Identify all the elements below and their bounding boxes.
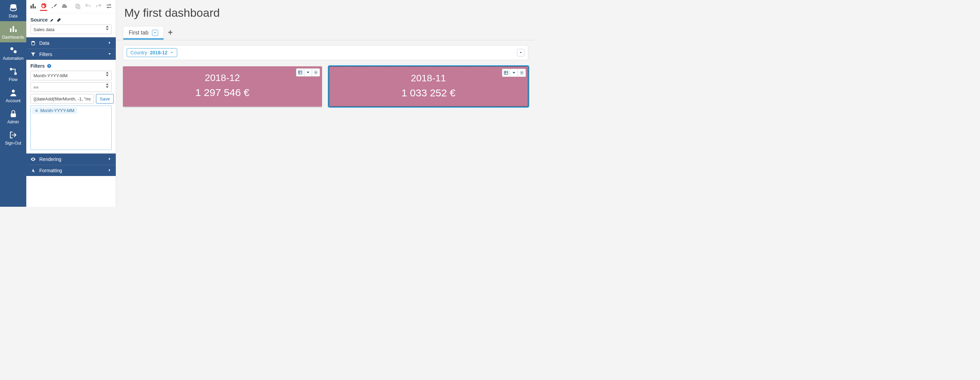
signout-icon (9, 131, 18, 139)
filter-operator-value: == (33, 85, 38, 90)
filter-value: 2018-12 (150, 50, 167, 55)
side-panel: Source Sales data Data Filters Filters ? (26, 0, 116, 207)
card-dropdown-button[interactable] (510, 69, 518, 77)
eye-icon (30, 156, 36, 162)
nav-item-data[interactable]: Data (0, 0, 26, 21)
svg-rect-11 (32, 4, 33, 8)
accordion-formatting[interactable]: Formatting (26, 165, 116, 176)
caret-down-icon (305, 70, 310, 75)
table-icon (504, 70, 508, 75)
edit-icon[interactable] (50, 18, 55, 22)
dashboard-filter-bar: Country 2018-12 (123, 45, 528, 60)
card-title: 2018-11 (332, 73, 525, 84)
svg-rect-18 (298, 71, 302, 74)
source-value: Sales data (33, 27, 54, 32)
nav-label: Sign-Out (5, 141, 21, 145)
accordion-label: Data (39, 40, 49, 46)
accordion-label: Rendering (39, 156, 62, 162)
svg-point-8 (12, 89, 15, 93)
svg-rect-2 (12, 26, 14, 32)
accordion-rendering[interactable]: Rendering (26, 153, 116, 165)
card-settings-button[interactable] (312, 68, 320, 77)
help-icon[interactable]: ? (47, 64, 52, 68)
caret-down-icon (153, 31, 157, 35)
save-filter-button[interactable]: Save (96, 94, 114, 104)
toolbar-settings-button[interactable] (40, 2, 47, 11)
toolbar-redo-button[interactable] (95, 2, 102, 11)
dashboard-filter-pill[interactable]: Country 2018-12 (127, 48, 177, 57)
card-value: 1 033 252 € (332, 87, 525, 99)
toolbar-copy-button[interactable] (75, 2, 81, 11)
chevron-right-icon (108, 41, 112, 45)
svg-rect-6 (10, 68, 12, 70)
gears-icon (9, 46, 18, 55)
redo-icon (95, 3, 102, 10)
filter-operator-select[interactable]: == (30, 82, 112, 92)
filter-chip[interactable]: Month-YYYY-MM (32, 107, 77, 114)
nav-item-flow[interactable]: Flow (0, 64, 26, 85)
tab-first[interactable]: First tab (123, 26, 164, 39)
nav-item-signout[interactable]: Sign-Out (0, 127, 26, 148)
accordion-label: Formatting (39, 168, 62, 173)
undo-icon (85, 3, 92, 10)
flow-icon (9, 67, 18, 76)
nav-label: Automation (3, 56, 24, 61)
nav-label: Account (6, 98, 21, 103)
toolbar-chart-button[interactable] (30, 2, 37, 11)
gear-icon (40, 3, 47, 10)
left-nav: Data Dashboards Automation Flow Account … (0, 0, 26, 207)
toolbar-undo-button[interactable] (85, 2, 92, 11)
nav-label: Flow (9, 77, 18, 82)
filters-heading: Filters (30, 63, 45, 69)
table-icon (298, 70, 302, 75)
svg-point-5 (14, 50, 17, 53)
nav-item-account[interactable]: Account (0, 85, 26, 106)
chip-label: Month-YYYY-MM (40, 108, 75, 113)
accordion-data[interactable]: Data (26, 37, 116, 48)
nav-item-admin[interactable]: Admin (0, 106, 26, 127)
tab-label: First tab (129, 30, 148, 36)
nav-label: Dashboards (2, 35, 24, 40)
database-icon (9, 3, 18, 12)
chevron-right-icon (108, 168, 112, 172)
accordion-label: Filters (39, 52, 52, 57)
filter-name: Country (130, 50, 147, 55)
svg-rect-3 (15, 29, 16, 32)
card-settings-button[interactable] (518, 69, 526, 77)
toolbar-cloud-button[interactable] (61, 2, 68, 11)
gear-icon (519, 70, 524, 75)
svg-rect-14 (77, 5, 80, 8)
nav-item-dashboards[interactable]: Dashboards (0, 21, 26, 42)
svg-point-15 (32, 41, 35, 42)
card-tools (502, 69, 526, 77)
nav-item-automation[interactable]: Automation (0, 42, 26, 64)
filter-chips-box[interactable]: Month-YYYY-MM (30, 105, 112, 150)
card-table-button[interactable] (296, 68, 304, 77)
kpi-card[interactable]: 2018-11 1 033 252 € (329, 66, 528, 107)
filter-field-select[interactable]: Month-YYYY-MM (30, 71, 112, 80)
filters-body: Filters ? Month-YYYY-MM == Save M (26, 60, 116, 153)
svg-point-4 (10, 47, 13, 50)
svg-rect-9 (11, 113, 16, 117)
toolbar-swap-button[interactable] (105, 2, 112, 11)
tab-dropdown-button[interactable] (152, 30, 158, 36)
source-select[interactable]: Sales data (30, 25, 112, 34)
card-table-button[interactable] (502, 69, 510, 77)
pencil-icon[interactable] (57, 18, 62, 22)
accordion-filters[interactable]: Filters (26, 48, 116, 60)
svg-rect-20 (504, 71, 508, 74)
bar-chart-icon (9, 25, 18, 34)
filter-value-input[interactable] (30, 94, 94, 104)
caret-down-icon (519, 51, 522, 54)
kpi-card[interactable]: 2018-12 1 297 546 € (123, 66, 322, 107)
close-icon[interactable] (35, 109, 38, 112)
brush-icon (51, 3, 57, 10)
toolbar-brush-button[interactable] (51, 2, 57, 11)
swap-icon (105, 3, 112, 10)
card-value: 1 297 546 € (126, 87, 318, 98)
panel-toolbar (26, 0, 116, 13)
database-icon (30, 40, 36, 46)
card-dropdown-button[interactable] (304, 68, 312, 77)
filterbar-menu-button[interactable] (517, 49, 525, 56)
add-tab-button[interactable]: + (164, 25, 177, 40)
